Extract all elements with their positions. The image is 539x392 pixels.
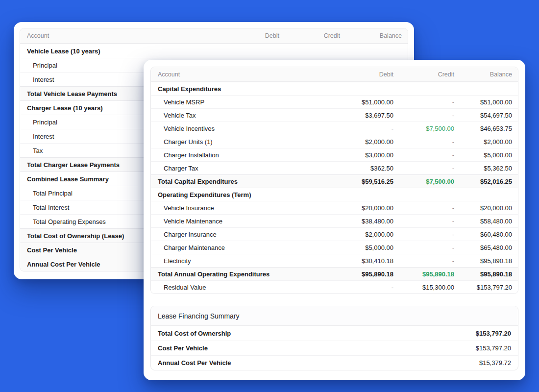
debit-value: $2,000.00: [330, 231, 393, 238]
account-label: Residual Value: [164, 284, 206, 291]
account-label: Total Vehicle Lease Payments: [27, 90, 117, 98]
account-label: Combined Lease Summary: [27, 175, 109, 183]
account-label: Charger Units (1): [164, 138, 213, 146]
account-label: Total Annual Operating Expenditures: [158, 270, 270, 278]
account-label: Charger Lease (10 years): [27, 104, 103, 112]
credit-value: -: [393, 112, 454, 119]
debit-column-header: Debit: [216, 32, 279, 39]
credit-value: -: [393, 98, 454, 106]
account-label: Principal: [33, 119, 57, 126]
debit-value: $38,480.00: [330, 218, 393, 225]
summary-row: Cost Per Vehicle $153,797.20: [151, 341, 518, 355]
table-row: Vehicle MSRP $51,000.00 - $51,000.00: [151, 95, 518, 108]
account-label: Charger Tax: [164, 165, 198, 172]
debit-value: -: [330, 284, 393, 291]
desktop-background: { "colors": { "background": "#2a63e4", "…: [0, 0, 539, 392]
account-label: Charger Installation: [164, 151, 219, 159]
balance-value: $153,797.20: [454, 284, 518, 291]
table-row: Charger Insurance $2,000.00 - $60,480.00: [151, 227, 518, 241]
credit-value: -: [393, 244, 454, 251]
account-label[interactable]: Charger Maintenance: [164, 244, 225, 251]
summary-value: $153,797.20: [476, 330, 511, 337]
table-body: Capital Expenditures Vehicle MSRP $51,00…: [151, 82, 518, 294]
credit-value: -: [393, 151, 454, 159]
account-label: Vehicle Lease (10 years): [27, 48, 100, 55]
account-label: Annual Cost Per Vehicle: [27, 261, 100, 268]
balance-value: $2,000.00: [454, 138, 518, 146]
debit-value: $20,000.00: [330, 204, 393, 212]
lease-financing-summary: Lease Financing Summary Total Cost of Ow…: [150, 306, 518, 370]
account-label[interactable]: Vehicle Maintenance: [164, 218, 222, 225]
credit-value: -: [393, 231, 454, 238]
account-label: Capital Expenditures: [158, 85, 221, 93]
account-label: Charger Insurance: [164, 231, 217, 238]
balance-value: $95,890.18: [454, 270, 518, 278]
account-label: Vehicle MSRP: [164, 98, 204, 106]
account-label: Tax: [33, 147, 43, 154]
credit-value: $7,500.00: [393, 125, 454, 132]
table-row: Residual Value - $15,300.00 $153,797.20: [151, 280, 518, 294]
account-label: Interest: [33, 76, 54, 83]
debit-value: $5,000.00: [330, 244, 393, 251]
account-label: Principal: [33, 62, 57, 69]
table-row: Charger Tax $362.50 - $5,362.50: [151, 161, 518, 174]
account-column-header: Account: [151, 71, 330, 78]
account-label: Operating Expenditures (Term): [158, 191, 251, 198]
account-label: Interest: [33, 133, 54, 140]
table-row: Total Annual Operating Expenditures $95,…: [151, 267, 518, 280]
account-label: Cost Per Vehicle: [27, 246, 77, 254]
table-row: Vehicle Incentives - $7,500.00 $46,653.7…: [151, 122, 518, 135]
table-header-row: Account Debit Credit Balance: [151, 67, 518, 82]
credit-value: -: [393, 165, 454, 172]
debit-value: $95,890.18: [330, 270, 393, 278]
summary-row: Total Cost of Ownership $153,797.20: [151, 326, 518, 341]
credit-column-header: Credit: [279, 32, 340, 39]
balance-value: $5,362.50: [454, 165, 518, 172]
account-label: Total Cost of Ownership (Lease): [27, 232, 124, 240]
table-row: Total Capital Expenditures $59,516.25 $7…: [151, 174, 518, 188]
table-row: Vehicle Insurance $20,000.00 - $20,000.0…: [151, 201, 518, 214]
debit-column-header: Debit: [330, 71, 393, 78]
credit-value: $7,500.00: [393, 178, 454, 185]
summary-value: $153,797.20: [476, 344, 511, 352]
summary-body: Total Cost of Ownership $153,797.20 Cost…: [151, 326, 518, 370]
account-label: Total Principal: [33, 190, 73, 197]
account-label: Electricity: [164, 257, 191, 265]
summary-label: Total Cost of Ownership: [158, 330, 231, 337]
credit-column-header: Credit: [393, 71, 454, 78]
account-label: Total Interest: [33, 204, 69, 211]
table-row: Vehicle Tax $3,697.50 - $54,697.50: [151, 108, 518, 122]
table-row: Vehicle Lease (10 years): [20, 44, 408, 58]
account-label: Vehicle Incentives: [164, 125, 215, 132]
table-header-row: Account Debit Credit Balance: [20, 28, 408, 44]
balance-column-header: Balance: [340, 32, 408, 39]
debit-value: $51,000.00: [330, 98, 393, 106]
table-row: Charger Maintenance $5,000.00 - $65,480.…: [151, 241, 518, 254]
balance-value: $95,890.18: [454, 257, 518, 265]
balance-value: $58,480.00: [454, 218, 518, 225]
credit-value: -: [393, 204, 454, 212]
account-label: Vehicle Tax: [164, 112, 196, 119]
expenditures-table: Account Debit Credit Balance Capital Exp…: [150, 67, 518, 294]
balance-value: $20,000.00: [454, 204, 518, 212]
debit-value: $59,516.25: [330, 178, 393, 185]
account-label: Vehicle Insurance: [164, 204, 214, 212]
summary-label: Annual Cost Per Vehicle: [158, 359, 231, 367]
credit-value: -: [393, 138, 454, 146]
debit-value: $30,410.18: [330, 257, 393, 265]
debit-value: -: [330, 125, 393, 132]
balance-value: $5,000.00: [454, 151, 518, 159]
credit-value: $95,890.18: [393, 270, 454, 278]
debit-value: $362.50: [330, 165, 393, 172]
credit-value: $15,300.00: [393, 284, 454, 291]
table-row: Charger Installation $3,000.00 - $5,000.…: [151, 148, 518, 161]
table-row: Charger Units (1) $2,000.00 - $2,000.00: [151, 135, 518, 148]
credit-value: -: [393, 257, 454, 265]
account-label: Total Charger Lease Payments: [27, 161, 120, 169]
account-label: Total Operating Expenses: [33, 218, 106, 225]
table-row: Operating Expenditures (Term): [151, 188, 518, 201]
balance-value: $54,697.50: [454, 112, 518, 119]
account-label: Total Capital Expenditures: [158, 178, 238, 185]
table-row: Electricity $30,410.18 - $95,890.18: [151, 254, 518, 267]
credit-value: -: [393, 218, 454, 225]
